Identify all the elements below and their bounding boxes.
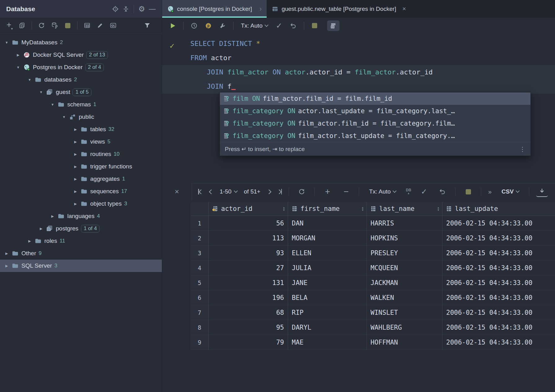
- row-number[interactable]: 6: [191, 290, 209, 305]
- cell-first-name[interactable]: RIP: [288, 305, 367, 320]
- tree-item-docker-sql-server[interactable]: ▶Docker SQL Server2 of 13: [0, 49, 162, 61]
- in-editor-results-toggle[interactable]: [327, 20, 340, 31]
- row-number[interactable]: 3: [191, 246, 209, 261]
- more-options-icon[interactable]: »: [488, 188, 491, 195]
- tree-item-schemas[interactable]: ▼schemas1: [0, 98, 162, 111]
- datasource-properties-button[interactable]: [49, 20, 60, 31]
- tree-item-trigger-functions[interactable]: ▶trigger functions: [0, 160, 162, 173]
- results-tx-mode-dropdown[interactable]: Tx: Auto: [366, 186, 399, 197]
- row-number[interactable]: 5: [191, 275, 209, 290]
- cell-last-update[interactable]: 2006-02-15 04:34:33.00: [442, 290, 555, 305]
- tree-item-postgres[interactable]: ▶postgres1 of 4: [0, 222, 162, 235]
- cell-last-update[interactable]: 2006-02-15 04:34:33.00: [442, 246, 555, 261]
- sort-arrows-icon[interactable]: ▲▼: [437, 207, 439, 211]
- tree-item-views[interactable]: ▶views5: [0, 136, 162, 148]
- stop-button[interactable]: [62, 20, 73, 31]
- chevron-collapsed-icon[interactable]: ▶: [73, 152, 78, 156]
- locate-icon[interactable]: [110, 4, 121, 14]
- row-number[interactable]: 2: [191, 231, 209, 246]
- hide-panel-icon[interactable]: —: [147, 4, 158, 14]
- sql-line[interactable]: JOIN film_actor ON actor.actor_id = film…: [162, 65, 555, 79]
- row-number[interactable]: 8: [191, 320, 209, 335]
- cell-first-name[interactable]: DAN: [288, 216, 367, 231]
- sql-line[interactable]: FROM actor: [162, 51, 555, 65]
- export-download-button[interactable]: [536, 186, 548, 197]
- open-table-button[interactable]: [81, 20, 93, 31]
- cell-actor-id[interactable]: 131: [209, 275, 288, 290]
- tree-item-languages[interactable]: ▶languages4: [0, 210, 162, 222]
- tab-new-table[interactable]: guest.public.new_table [Postgres in Dock…: [267, 0, 411, 18]
- sort-arrows-icon[interactable]: ▲▼: [362, 207, 363, 211]
- tree-item-tables[interactable]: ▶tables32: [0, 123, 162, 136]
- autocomplete-item[interactable]: film_category ON film_actor.film_id = fi…: [220, 117, 531, 130]
- column-header-last_name[interactable]: last_name▲▼: [367, 202, 442, 216]
- cell-last-name[interactable]: WALKEN: [367, 290, 442, 305]
- tree-item-postgres-in-docker[interactable]: ▼Postgres in Docker2 of 4: [0, 61, 162, 74]
- next-page-button[interactable]: [267, 188, 271, 195]
- cell-last-update[interactable]: 2006-02-15 04:34:33.00: [442, 216, 555, 231]
- last-page-button[interactable]: [278, 188, 282, 195]
- column-header-last_update[interactable]: last_update: [442, 202, 555, 216]
- refresh-button[interactable]: [36, 20, 47, 31]
- chevron-expanded-icon[interactable]: ▼: [62, 115, 66, 119]
- submit-to-database-icon[interactable]: DB▲: [406, 189, 411, 195]
- cell-actor-id[interactable]: 196: [209, 290, 288, 305]
- chevron-collapsed-icon[interactable]: ▶: [73, 127, 78, 131]
- delete-row-button[interactable]: −: [340, 186, 352, 197]
- cell-last-name[interactable]: JACKMAN: [367, 275, 442, 290]
- cell-actor-id[interactable]: 68: [209, 305, 288, 320]
- tab-console[interactable]: console [Postgres in Docker] ›: [162, 0, 267, 18]
- cell-last-update[interactable]: 2006-02-15 04:34:33.00: [442, 231, 555, 246]
- tree-item-databases[interactable]: ▼databases2: [0, 74, 162, 86]
- chevron-collapsed-icon[interactable]: ▶: [73, 165, 78, 169]
- cell-first-name[interactable]: JANE: [288, 275, 367, 290]
- cell-actor-id[interactable]: 113: [209, 231, 288, 246]
- stop-results-button[interactable]: [462, 186, 474, 197]
- modify-table-button[interactable]: [94, 20, 106, 31]
- row-number[interactable]: 4: [191, 261, 209, 275]
- chevron-collapsed-icon[interactable]: ▶: [4, 252, 9, 256]
- jump-to-console-button[interactable]: QL: [107, 20, 119, 31]
- chevron-collapsed-icon[interactable]: ▶: [50, 214, 55, 218]
- duplicate-button[interactable]: [16, 20, 28, 31]
- column-header-actor_id[interactable]: actor_id▲▼: [209, 202, 288, 216]
- previous-page-button[interactable]: [210, 188, 213, 195]
- cell-last-name[interactable]: HOFFMAN: [367, 335, 442, 350]
- cell-last-update[interactable]: 2006-02-15 04:34:33.00: [442, 305, 555, 320]
- tree-item-sequences[interactable]: ▶sequences17: [0, 185, 162, 198]
- revert-results-button[interactable]: [437, 186, 448, 197]
- collapse-all-icon[interactable]: [121, 4, 131, 14]
- run-button[interactable]: [166, 20, 179, 31]
- cell-last-update[interactable]: 2006-02-15 04:34:33.00: [442, 335, 555, 350]
- autocomplete-item[interactable]: film_category ON actor.last_update = fil…: [220, 105, 531, 117]
- chevron-collapsed-icon[interactable]: ▶: [16, 53, 20, 57]
- chevron-collapsed-icon[interactable]: ▶: [73, 189, 78, 194]
- export-format-dropdown[interactable]: CSV: [499, 186, 522, 197]
- add-datasource-button[interactable]: +▼: [3, 20, 15, 31]
- cell-last-name[interactable]: PRESLEY: [367, 246, 442, 261]
- row-number[interactable]: 7: [191, 305, 209, 320]
- kebab-menu-icon[interactable]: ⋮: [519, 145, 526, 153]
- cell-first-name[interactable]: DARYL: [288, 320, 367, 335]
- cell-last-name[interactable]: HOPKINS: [367, 231, 442, 246]
- autocomplete-item[interactable]: film_category ON film_actor.last_update …: [220, 130, 531, 142]
- sql-editor[interactable]: ✓ SELECT DISTINCT *FROM actor JOIN film_…: [162, 33, 555, 183]
- cell-actor-id[interactable]: 93: [209, 246, 288, 261]
- settings-gear-icon[interactable]: ⚙: [136, 4, 147, 14]
- tree-item-sql-server[interactable]: ▶SQL Server3: [0, 260, 162, 272]
- cell-last-update[interactable]: 2006-02-15 04:34:33.00: [442, 320, 555, 335]
- cell-last-name[interactable]: HARRIS: [367, 216, 442, 231]
- sort-arrows-icon[interactable]: ▲▼: [283, 207, 285, 211]
- cell-last-update[interactable]: 2006-02-15 04:34:33.00: [442, 275, 555, 290]
- parameters-button[interactable]: p: [202, 20, 215, 31]
- cell-last-name[interactable]: WINSLET: [367, 305, 442, 320]
- cell-first-name[interactable]: BELA: [288, 290, 367, 305]
- cell-first-name[interactable]: MAE: [288, 335, 367, 350]
- filter-button[interactable]: [141, 20, 153, 31]
- tree-item-roles[interactable]: ▶roles11: [0, 235, 162, 247]
- chevron-expanded-icon[interactable]: ▼: [39, 90, 43, 94]
- console-settings-button[interactable]: [216, 20, 229, 31]
- rollback-button[interactable]: [287, 20, 300, 31]
- cell-first-name[interactable]: MORGAN: [288, 231, 367, 246]
- sql-line[interactable]: JOIN f: [162, 79, 555, 94]
